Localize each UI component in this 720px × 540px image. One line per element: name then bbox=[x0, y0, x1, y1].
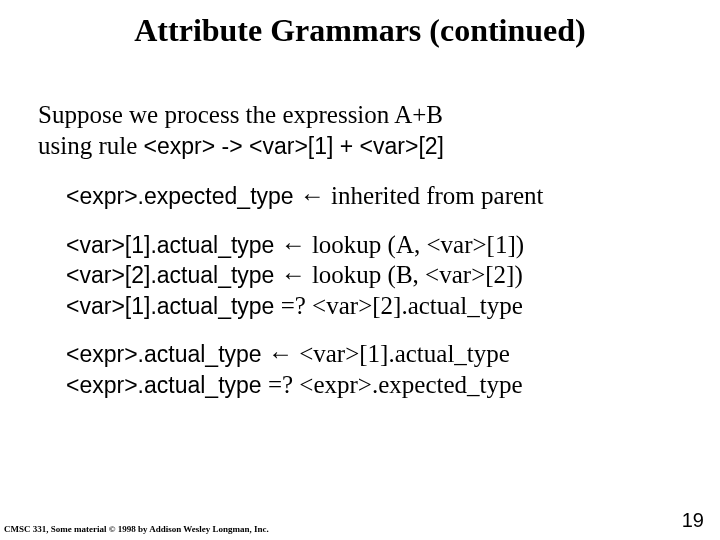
rule-1-line-1-rhs: ← inherited from parent bbox=[294, 182, 544, 209]
rule-3-line-1: <expr>.actual_type ← <var>[1].actual_typ… bbox=[66, 339, 685, 370]
rule-1-line-1: <expr>.expected_type ← inherited from pa… bbox=[66, 181, 685, 212]
rule-2-line-1: <var>[1].actual_type ← lookup (A, <var>[… bbox=[66, 230, 685, 261]
rule-2-line-1-lhs: <var>[1].actual_type bbox=[66, 232, 274, 258]
slide: Attribute Grammars (continued) Suppose w… bbox=[0, 0, 720, 540]
slide-body: Suppose we process the expression A+B us… bbox=[0, 55, 720, 400]
rule-3-line-1-lhs: <expr>.actual_type bbox=[66, 341, 262, 367]
rule-2-line-2-rhs: ← lookup (B, <var>[2]) bbox=[274, 261, 522, 288]
footer-text: CMSC 331, Some material © 1998 by Addiso… bbox=[4, 524, 269, 534]
rule-2-line-3-rhs: =? <var>[2].actual_type bbox=[274, 292, 522, 319]
slide-title: Attribute Grammars (continued) bbox=[0, 0, 720, 55]
rule-2-line-3: <var>[1].actual_type =? <var>[2].actual_… bbox=[66, 291, 685, 322]
intro-paragraph: Suppose we process the expression A+B us… bbox=[38, 100, 685, 161]
rule-3-line-2-rhs: =? <expr>.expected_type bbox=[262, 371, 523, 398]
intro-line-2-code: <expr> -> <var>[1] + <var>[2] bbox=[144, 133, 444, 159]
rule-2-line-2-lhs: <var>[2].actual_type bbox=[66, 262, 274, 288]
rule-2-line-1-rhs: ← lookup (A, <var>[1]) bbox=[274, 231, 524, 258]
rule-3-line-2-lhs: <expr>.actual_type bbox=[66, 372, 262, 398]
rule-3-line-2: <expr>.actual_type =? <expr>.expected_ty… bbox=[66, 370, 685, 401]
intro-line-1: Suppose we process the expression A+B bbox=[38, 100, 685, 131]
intro-line-2: using rule <expr> -> <var>[1] + <var>[2] bbox=[38, 131, 685, 162]
rule-2-line-2: <var>[2].actual_type ← lookup (B, <var>[… bbox=[66, 260, 685, 291]
rule-2-line-3-lhs: <var>[1].actual_type bbox=[66, 293, 274, 319]
rule-3-line-1-rhs: ← <var>[1].actual_type bbox=[262, 340, 510, 367]
page-number: 19 bbox=[682, 509, 704, 532]
rule-block-1: <expr>.expected_type ← inherited from pa… bbox=[66, 181, 685, 212]
rule-1-line-1-lhs: <expr>.expected_type bbox=[66, 183, 294, 209]
rule-block-2: <var>[1].actual_type ← lookup (A, <var>[… bbox=[66, 230, 685, 322]
intro-line-2-text: using rule bbox=[38, 132, 144, 159]
rule-block-3: <expr>.actual_type ← <var>[1].actual_typ… bbox=[66, 339, 685, 400]
